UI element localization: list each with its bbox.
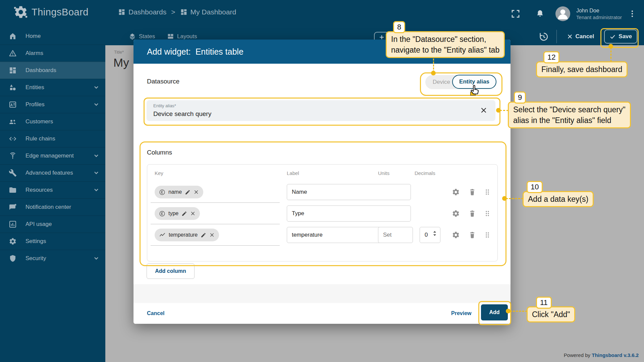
sidebar-item-alarms[interactable]: Alarms [0,45,105,62]
edit-key-pencil-icon[interactable] [201,232,206,238]
callout-step-12: 12 Finally, save dashboard [536,61,628,77]
cancel-dashboard-button[interactable]: Cancel [562,30,599,43]
step-number-badge: 12 [543,51,559,63]
layouts-tab[interactable]: Layouts [167,33,197,40]
table-row-temperature: temperature [147,224,497,246]
breadcrumb-label: My Dashboard [191,8,236,16]
kebab-menu-icon[interactable] [628,9,637,18]
dialog-preview-button[interactable]: Preview [451,310,471,316]
breadcrumb-dashboards[interactable]: Dashboards [118,8,166,16]
step-number-badge: 10 [527,181,543,193]
sidebar-item-edge-management[interactable]: Edge management [0,147,105,164]
callout-text: Add a data key(s) [523,191,594,207]
edit-key-pencil-icon[interactable] [185,189,191,195]
settings-gear-icon [9,237,17,245]
drag-handle-icon[interactable] [483,209,491,218]
timeseries-icon [159,232,166,238]
fullscreen-icon[interactable] [511,9,521,19]
close-icon [567,34,573,40]
column-settings-gear-icon[interactable] [452,188,460,196]
user-info[interactable]: John Doe Tenant administrator [576,7,622,20]
datakey-chip-temperature[interactable]: temperature [155,229,219,241]
delete-column-trash-icon[interactable] [468,188,476,196]
callout-step-10: 10 Add a data key(s) [523,191,594,207]
save-dashboard-button[interactable]: Save [604,29,637,44]
sidebar-item-security[interactable]: Security [0,250,105,267]
datasource-section-label: Datasource [147,78,179,85]
column-header-key: Key [155,165,163,181]
decimals-stepper[interactable] [433,231,436,236]
units-input[interactable] [378,227,413,243]
datakey-chip-type[interactable]: type [155,207,200,220]
sidebar-item-profiles[interactable]: Profiles [0,96,105,113]
dialog-add-button[interactable]: Add [481,304,508,320]
remove-key-icon[interactable] [194,189,199,195]
sidebar-item-label: Notification center [25,204,99,210]
sidebar-item-dashboards[interactable]: Dashboards [0,62,105,79]
delete-column-trash-icon[interactable] [468,231,476,239]
column-settings-gear-icon[interactable] [452,209,460,218]
customers-people-icon [9,118,17,126]
sidebar-item-resources[interactable]: Resources [0,181,105,198]
sidebar-item-advanced-features[interactable]: Advanced features [0,164,105,181]
column-settings-gear-icon[interactable] [452,231,460,239]
connector-step11 [510,311,527,312]
user-role: Tenant administrator [576,14,622,20]
entity-field-icon [159,189,165,195]
delete-column-trash-icon[interactable] [468,209,476,218]
sidebar-item-settings[interactable]: Settings [0,233,105,250]
dialog-title-prefix: Add widget: [147,47,191,57]
dialog-title-widget-name: Entities table [196,47,244,57]
layouts-tab-label: Layouts [177,33,197,40]
drag-handle-icon[interactable] [483,188,491,196]
drag-handle-icon[interactable] [483,231,491,239]
columns-section-label: Columns [147,149,172,156]
breadcrumb-my-dashboard[interactable]: My Dashboard [180,8,236,16]
chevron-down-icon [94,154,99,158]
advanced-features-tools-icon [9,169,17,177]
sidebar-item-home[interactable]: Home [0,27,105,45]
notifications-bell-icon[interactable] [535,9,545,18]
add-column-button[interactable]: Add column [147,263,195,279]
remove-key-icon[interactable] [190,211,196,216]
sidebar-item-customers[interactable]: Customers [0,113,105,130]
stepper-up-icon[interactable] [433,231,436,233]
column-header-decimals: Decimals [415,165,435,181]
check-icon [609,34,616,40]
entity-alias-field[interactable]: Entity alias* Device search query [147,100,495,121]
sidebar-item-label: Resources [25,187,85,193]
sidebar-item-label: Rule chains [25,135,99,142]
security-shield-icon [9,254,17,262]
history-version-icon[interactable] [538,32,548,42]
sidebar-item-entities[interactable]: Entities [0,79,105,96]
sidebar-item-notification-center[interactable]: Notification center [0,198,105,216]
column-label-input[interactable] [287,205,411,222]
chevron-down-icon [94,86,99,89]
callout-text: Finally, save dashboard [536,61,628,77]
sidebar-item-rule-chains[interactable]: Rule chains [0,130,105,147]
decimals-input[interactable] [420,227,440,243]
alarm-warning-icon [9,49,17,57]
edit-key-pencil-icon[interactable] [181,211,187,217]
states-tab[interactable]: States [129,33,155,40]
thingsboard-logo-text: ThingsBoard [32,7,89,18]
stepper-down-icon[interactable] [433,234,436,236]
dialog-cancel-button[interactable]: Cancel [147,310,164,316]
sidebar-item-api-usage[interactable]: API usage [0,216,105,233]
sidebar-item-label: Dashboards [25,67,99,74]
step-number-badge: 11 [536,297,552,309]
remove-key-icon[interactable] [209,232,215,238]
sidebar-item-label: Settings [25,238,99,245]
thingsboard-logo[interactable]: ThingsBoard [13,5,89,19]
connector-dot-step9 [496,108,501,113]
clear-entity-alias-icon[interactable] [479,106,488,115]
dialog-footer: Cancel Preview Add [133,303,511,324]
column-label-input[interactable] [287,184,411,200]
sidebar-item-label: Customers [25,118,99,125]
avatar[interactable] [555,6,570,21]
header-actions: John Doe Tenant administrator [511,0,637,27]
datakey-chip-name[interactable]: name [155,186,203,198]
thingsboard-app: Title* My Powered by Thingsboard v.3.6.2… [0,0,644,362]
breadcrumb-separator: > [171,8,175,16]
connector-step9 [500,110,508,111]
